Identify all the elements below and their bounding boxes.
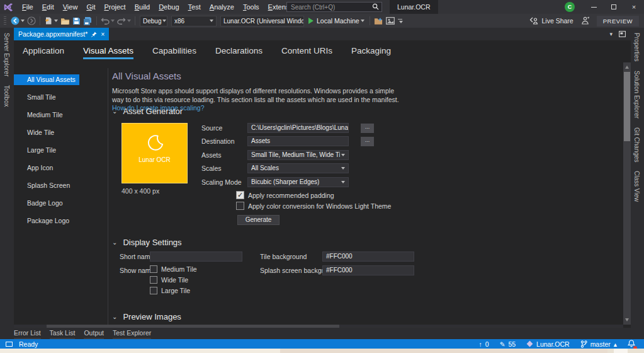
minimize-button[interactable] xyxy=(584,0,604,14)
branch-selector[interactable]: master ▴ xyxy=(580,340,617,348)
sidebar-item-app-icon[interactable]: App Icon xyxy=(14,163,79,173)
tab-application[interactable]: Application xyxy=(23,46,64,59)
outgoing-commits-indicator[interactable]: ↑ 0 xyxy=(479,340,489,348)
sidebar-item-medium-tile[interactable]: Medium Tile xyxy=(14,110,79,120)
sidebar-item-all-visual-assets[interactable]: All Visual Assets xyxy=(14,74,79,85)
tab-content-uris[interactable]: Content URIs xyxy=(281,46,332,59)
navigate-forward-button[interactable] xyxy=(27,16,36,25)
vertical-scroll-thumb[interactable] xyxy=(624,72,630,141)
preview-button[interactable]: PREVIEW xyxy=(597,16,639,26)
tab-packaging[interactable]: Packaging xyxy=(351,46,391,59)
screenshot-button[interactable] xyxy=(386,17,395,25)
account-avatar[interactable]: C xyxy=(565,2,575,12)
assets-caret xyxy=(341,154,345,156)
sidebar-item-splash-screen[interactable]: Splash Screen xyxy=(14,180,79,191)
search-icon[interactable] xyxy=(372,3,379,11)
startup-project-dropdown[interactable]: Lunar.OCR (Universal Windows) xyxy=(220,16,304,26)
undo-button[interactable] xyxy=(101,17,115,25)
menu-test[interactable]: Test xyxy=(184,0,205,14)
apply-padding-checkbox[interactable]: ✓ xyxy=(236,191,244,199)
menu-file[interactable]: File xyxy=(18,0,38,14)
vertical-scrollbar[interactable] xyxy=(623,62,631,325)
menu-git[interactable]: Git xyxy=(82,0,99,14)
destination-input[interactable]: Assets xyxy=(247,136,349,146)
short-name-input[interactable] xyxy=(150,252,242,262)
pin-icon[interactable] xyxy=(91,32,97,37)
collapse-chevron-icon[interactable]: ⌄ xyxy=(112,239,117,246)
sidebar-item-badge-logo[interactable]: Badge Logo xyxy=(14,198,79,209)
sidebar-item-small-tile[interactable]: Small Tile xyxy=(14,92,79,103)
tab-visual-assets[interactable]: Visual Assets xyxy=(83,46,133,59)
back-dropdown-caret[interactable] xyxy=(21,20,25,22)
menu-edit[interactable]: Edit xyxy=(38,0,59,14)
toolbar-grip[interactable] xyxy=(4,16,6,25)
maximize-button[interactable] xyxy=(604,0,624,14)
live-share-button[interactable]: Live Share xyxy=(529,17,573,25)
navigate-back-button[interactable] xyxy=(11,16,25,25)
configuration-value: Debug xyxy=(143,18,161,25)
medium-tile-checkbox[interactable] xyxy=(150,265,157,273)
scaling-mode-dropdown[interactable]: Bicubic (Sharper Edges) xyxy=(247,177,349,187)
generate-button[interactable]: Generate xyxy=(237,215,280,225)
collapse-chevron-icon[interactable]: ⌄ xyxy=(112,108,117,115)
undo-dropdown-caret[interactable] xyxy=(111,20,115,22)
menu-project[interactable]: Project xyxy=(99,0,130,14)
search-input[interactable]: Search (Ctrl+Q) xyxy=(286,2,382,12)
source-path-input[interactable]: C:\Users\gclin\Pictures\Blogs\Lunar.OCR\… xyxy=(247,123,349,133)
sidebar-item-large-tile[interactable]: Large Tile xyxy=(14,145,79,156)
new-project-button[interactable] xyxy=(44,16,58,25)
add-item-button[interactable] xyxy=(374,17,383,25)
tab-git-changes[interactable]: Git Changes xyxy=(633,122,640,166)
tab-properties[interactable]: Properties xyxy=(633,28,640,66)
notifications-button[interactable] xyxy=(628,340,635,349)
menu-build[interactable]: Build xyxy=(130,0,154,14)
wide-tile-checkbox[interactable] xyxy=(150,276,157,284)
tab-close-icon[interactable]: × xyxy=(101,30,105,38)
menu-analyze[interactable]: Analyze xyxy=(205,0,239,14)
collapse-chevron-icon[interactable]: ⌄ xyxy=(112,313,117,320)
start-debugging-button[interactable]: Local Machine xyxy=(308,17,364,25)
menu-tools[interactable]: Tools xyxy=(239,0,264,14)
menu-debug[interactable]: Debug xyxy=(154,0,183,14)
tab-class-view[interactable]: Class View xyxy=(633,166,640,205)
tab-solution-explorer[interactable]: Solution Explorer xyxy=(633,66,640,122)
pending-edits-indicator[interactable]: ✎ 55 xyxy=(500,340,516,348)
tab-declarations[interactable]: Declarations xyxy=(215,46,263,59)
save-button[interactable] xyxy=(72,17,81,25)
redo-dropdown-caret[interactable] xyxy=(127,20,131,22)
menu-view[interactable]: View xyxy=(59,0,82,14)
repository-selector[interactable]: Lunar.OCR xyxy=(526,340,570,348)
display-settings-section-header[interactable]: ⌄ Display Settings xyxy=(112,238,182,247)
save-all-button[interactable] xyxy=(83,17,93,25)
run-target-caret[interactable] xyxy=(361,20,364,22)
solution-configuration-dropdown[interactable]: Debug xyxy=(140,16,167,26)
large-tile-checkbox[interactable] xyxy=(150,287,157,294)
splash-background-input[interactable]: #FFC000 xyxy=(322,265,414,275)
scales-dropdown[interactable]: All Scales xyxy=(247,163,349,173)
tab-list-dropdown-icon[interactable]: ▾ xyxy=(609,31,613,37)
preview-images-section-header[interactable]: ⌄ Preview Images xyxy=(112,312,181,321)
toolbar-overflow-button[interactable] xyxy=(398,19,403,23)
redo-button[interactable] xyxy=(117,17,131,25)
open-folder-button[interactable] xyxy=(60,17,70,25)
feedback-button[interactable] xyxy=(581,16,589,26)
scroll-down-icon[interactable] xyxy=(625,318,629,321)
scroll-up-icon[interactable] xyxy=(625,66,629,69)
assets-dropdown[interactable]: Small Tile, Medium Tile, Wide Tile, Larg… xyxy=(247,150,349,160)
new-dropdown-caret[interactable] xyxy=(54,20,58,22)
tile-background-input[interactable]: #FFC000 xyxy=(322,252,414,262)
window-layout-icon[interactable] xyxy=(619,31,626,37)
document-tab-package-appxmanifest[interactable]: Package.appxmanifest* × xyxy=(14,28,109,40)
solution-platform-dropdown[interactable]: x86 xyxy=(171,16,217,26)
color-conversion-checkbox[interactable] xyxy=(236,202,244,210)
asset-generator-section-header[interactable]: ⌄ Asset Generator xyxy=(112,107,183,116)
tab-toolbox[interactable]: Toolbox xyxy=(3,80,10,110)
source-browse-button[interactable]: ... xyxy=(361,124,374,133)
destination-browse-button[interactable]: ... xyxy=(361,137,374,146)
tab-server-explorer[interactable]: Server Explorer xyxy=(3,28,10,80)
sidebar-item-wide-tile[interactable]: Wide Tile xyxy=(14,127,79,138)
tab-capabilities[interactable]: Capabilities xyxy=(152,46,196,59)
background-tasks-icon[interactable] xyxy=(6,342,13,347)
close-button[interactable]: × xyxy=(624,0,644,14)
sidebar-item-package-logo[interactable]: Package Logo xyxy=(14,216,79,226)
